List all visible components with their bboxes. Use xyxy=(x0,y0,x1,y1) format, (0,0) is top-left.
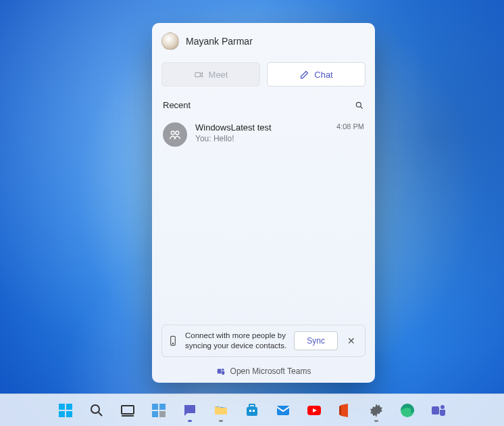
taskbar-mail[interactable] xyxy=(270,397,297,424)
close-icon[interactable]: ✕ xyxy=(345,335,358,346)
task-view-icon xyxy=(120,402,136,419)
search-icon xyxy=(89,402,105,419)
sync-contacts-banner: Connect with more people by syncing your… xyxy=(161,325,366,357)
svg-point-7 xyxy=(222,369,224,371)
office-icon xyxy=(337,402,353,419)
widgets-icon xyxy=(151,402,167,419)
taskbar-youtube[interactable] xyxy=(301,397,328,424)
chat-label: Chat xyxy=(314,70,332,80)
taskbar-start[interactable] xyxy=(52,397,79,424)
start-icon xyxy=(57,402,74,419)
sync-button[interactable]: Sync xyxy=(294,331,338,350)
recent-list: WindowsLatest test You: Hello! 4:08 PM xyxy=(161,117,366,325)
chat-icon xyxy=(182,402,198,419)
taskbar-office[interactable] xyxy=(332,397,359,424)
teams-icon xyxy=(216,366,226,376)
svg-rect-10 xyxy=(59,411,65,417)
taskbar-chat[interactable] xyxy=(176,397,203,424)
store-icon xyxy=(244,402,260,419)
svg-point-12 xyxy=(91,405,99,413)
gear-icon xyxy=(368,402,384,419)
svg-point-28 xyxy=(440,405,445,409)
recent-header-row: Recent xyxy=(161,100,366,110)
phone-icon xyxy=(168,335,178,346)
search-icon[interactable] xyxy=(355,101,364,110)
svg-rect-14 xyxy=(122,415,134,417)
svg-rect-27 xyxy=(432,406,439,415)
svg-rect-17 xyxy=(152,411,158,417)
svg-rect-15 xyxy=(152,404,158,410)
group-avatar xyxy=(163,122,187,147)
svg-rect-13 xyxy=(122,406,134,414)
teams-icon xyxy=(430,402,447,419)
chat-name: WindowsLatest test xyxy=(195,122,328,133)
chat-time: 4:08 PM xyxy=(336,122,364,131)
camera-icon xyxy=(194,70,204,80)
svg-point-1 xyxy=(356,102,361,107)
taskbar-widgets[interactable] xyxy=(145,397,172,424)
svg-rect-8 xyxy=(59,404,65,410)
folder-icon xyxy=(213,402,229,419)
svg-rect-19 xyxy=(247,407,257,416)
meet-button[interactable]: Meet xyxy=(161,62,260,87)
svg-point-5 xyxy=(172,343,173,344)
current-user-row[interactable]: Mayank Parmar xyxy=(161,32,366,50)
avatar xyxy=(161,32,179,50)
taskbar-edge[interactable] xyxy=(394,397,421,424)
open-teams-link[interactable]: Open Microsoft Teams xyxy=(161,364,366,377)
meet-label: Meet xyxy=(209,70,228,80)
svg-rect-9 xyxy=(66,404,72,410)
action-row: Meet Chat xyxy=(161,62,366,87)
svg-rect-18 xyxy=(159,411,166,417)
svg-rect-22 xyxy=(253,410,255,412)
teams-chat-flyout: Mayank Parmar Meet Chat Recent xyxy=(152,23,375,383)
svg-rect-11 xyxy=(66,411,72,417)
taskbar-search[interactable] xyxy=(83,397,110,424)
chat-list-item[interactable]: WindowsLatest test You: Hello! 4:08 PM xyxy=(161,117,366,152)
chat-text: WindowsLatest test You: Hello! xyxy=(195,122,328,143)
chat-preview: You: Hello! xyxy=(195,134,328,143)
recent-heading: Recent xyxy=(163,100,191,110)
taskbar xyxy=(0,394,504,426)
taskbar-settings[interactable] xyxy=(363,397,390,424)
taskbar-teams[interactable] xyxy=(425,397,452,424)
svg-rect-16 xyxy=(159,404,166,410)
svg-rect-20 xyxy=(249,404,255,407)
svg-rect-21 xyxy=(249,410,251,412)
sync-text: Connect with more people by syncing your… xyxy=(185,331,287,351)
svg-point-3 xyxy=(176,131,179,135)
compose-icon xyxy=(299,70,309,80)
youtube-icon xyxy=(306,402,322,419)
open-teams-label: Open Microsoft Teams xyxy=(230,366,311,376)
svg-point-2 xyxy=(171,131,174,135)
taskbar-task-view[interactable] xyxy=(114,397,141,424)
taskbar-store[interactable] xyxy=(238,397,266,424)
svg-rect-0 xyxy=(195,72,200,76)
taskbar-file-explorer[interactable] xyxy=(207,397,234,424)
current-user-name: Mayank Parmar xyxy=(186,36,253,47)
mail-icon xyxy=(275,402,291,419)
edge-icon xyxy=(399,402,415,419)
chat-button[interactable]: Chat xyxy=(267,62,366,87)
svg-rect-6 xyxy=(217,369,221,374)
